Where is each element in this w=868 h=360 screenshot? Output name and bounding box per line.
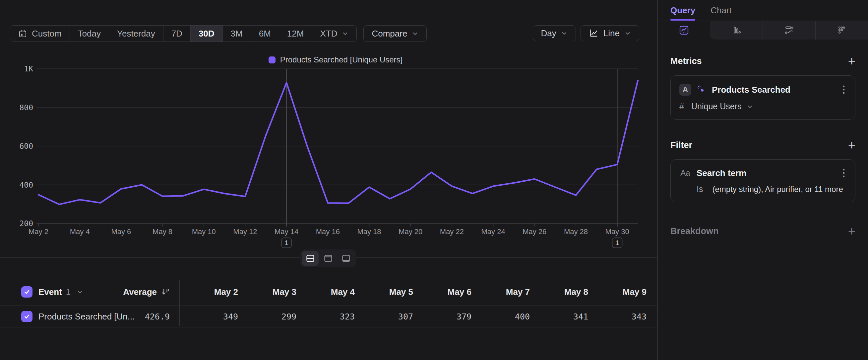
viz-tab-insights[interactable] bbox=[658, 21, 710, 39]
svg-text:May 28: May 28 bbox=[564, 227, 588, 236]
date-columns-values: 349299323307379400341343 bbox=[180, 312, 647, 322]
layout-toggle-chart-only[interactable] bbox=[320, 251, 337, 266]
visualization-tabs bbox=[658, 21, 868, 39]
chevron-down-icon[interactable] bbox=[76, 288, 83, 295]
kebab-menu-icon bbox=[842, 168, 845, 178]
viz-tab-flow[interactable] bbox=[763, 21, 815, 39]
svg-text:May 12: May 12 bbox=[233, 227, 257, 236]
metric-menu-button[interactable] bbox=[841, 84, 846, 95]
chart-controls: Day Line bbox=[533, 25, 639, 41]
filter-property-name: Search term bbox=[696, 168, 836, 178]
chevron-down-icon bbox=[561, 30, 568, 36]
granularity-button[interactable]: Day bbox=[533, 25, 576, 41]
column-header-may-9[interactable]: May 9 bbox=[588, 287, 647, 297]
metric-letter-badge: A bbox=[679, 84, 691, 95]
add-metric-button[interactable]: + bbox=[848, 55, 856, 67]
chart-style-button[interactable]: Line bbox=[581, 25, 639, 41]
svg-text:800: 800 bbox=[19, 103, 33, 112]
range-today[interactable]: Today bbox=[70, 26, 109, 41]
svg-text:May 8: May 8 bbox=[153, 227, 173, 236]
metric-card[interactable]: A Products Searched # Unique Users bbox=[671, 75, 856, 119]
column-header-may-4[interactable]: May 4 bbox=[297, 287, 355, 297]
sort-descending-icon[interactable] bbox=[161, 287, 170, 297]
event-click-icon bbox=[696, 85, 707, 95]
insights-line-chart-icon bbox=[679, 25, 689, 35]
svg-text:May 26: May 26 bbox=[523, 227, 547, 236]
annotation-badge[interactable] bbox=[612, 238, 622, 248]
tab-query[interactable]: Query bbox=[671, 0, 695, 21]
viz-tab-metric[interactable] bbox=[815, 21, 868, 39]
date-range-group: CustomTodayYesterday7D30D3M6M12MXTD bbox=[10, 25, 357, 42]
svg-text:600: 600 bbox=[19, 142, 33, 150]
breakdown-section-title: Breakdown bbox=[671, 226, 719, 237]
svg-text:May 18: May 18 bbox=[357, 227, 381, 236]
legend-label: Products Searched [Unique Users] bbox=[280, 55, 403, 64]
split-layout-icon bbox=[305, 253, 315, 264]
metrics-section-title: Metrics bbox=[671, 56, 702, 66]
range-7d[interactable]: 7D bbox=[163, 26, 190, 41]
range-12m[interactable]: 12M bbox=[279, 26, 312, 41]
annotation-badge[interactable] bbox=[281, 238, 291, 248]
table-row: Products Searched [Un... 426.9 349299323… bbox=[0, 306, 657, 328]
bar-chart-icon bbox=[731, 25, 742, 35]
add-filter-button[interactable]: + bbox=[848, 139, 856, 151]
column-header-may-8[interactable]: May 8 bbox=[530, 287, 588, 297]
svg-text:1: 1 bbox=[284, 239, 288, 246]
svg-text:May 24: May 24 bbox=[482, 227, 505, 236]
row-checkbox[interactable] bbox=[21, 311, 32, 322]
legend-swatch bbox=[269, 56, 276, 63]
event-count: 1 bbox=[66, 287, 71, 297]
viz-tab-bar[interactable] bbox=[710, 21, 763, 39]
filter-type-badge: Aa bbox=[679, 168, 691, 178]
cell-may-5: 307 bbox=[355, 312, 413, 322]
cell-may-2: 349 bbox=[180, 312, 238, 322]
range-30d[interactable]: 30D bbox=[190, 26, 222, 41]
filter-menu-button[interactable] bbox=[841, 168, 846, 178]
filter-value[interactable]: (empty string), Air purifier, or 11 more bbox=[712, 185, 843, 194]
add-breakdown-button[interactable]: + bbox=[848, 225, 856, 238]
svg-text:May 6: May 6 bbox=[111, 227, 131, 236]
chevron-down-icon[interactable] bbox=[747, 103, 753, 110]
svg-text:May 30: May 30 bbox=[606, 227, 629, 236]
select-all-checkbox[interactable] bbox=[21, 286, 32, 298]
range-custom[interactable]: Custom bbox=[10, 26, 70, 41]
svg-text:May 22: May 22 bbox=[440, 227, 464, 236]
range-yesterday[interactable]: Yesterday bbox=[109, 26, 163, 41]
chart-style-label: Line bbox=[603, 28, 620, 38]
column-header-may-3[interactable]: May 3 bbox=[238, 287, 297, 297]
tab-chart[interactable]: Chart bbox=[711, 0, 732, 21]
layout-toggle-split[interactable] bbox=[302, 251, 319, 266]
svg-text:400: 400 bbox=[19, 181, 33, 189]
cell-may-7: 400 bbox=[471, 312, 530, 322]
cell-may-8: 341 bbox=[530, 312, 588, 322]
filter-operator[interactable]: Is bbox=[696, 184, 703, 194]
svg-text:May 10: May 10 bbox=[192, 227, 216, 236]
chevron-down-icon bbox=[412, 30, 418, 37]
chart-legend: Products Searched [Unique Users] bbox=[13, 55, 658, 64]
check-icon bbox=[24, 313, 30, 320]
chart-only-layout-icon bbox=[323, 253, 333, 264]
aggregation-selector[interactable]: Unique Users bbox=[691, 102, 741, 111]
column-header-may-5[interactable]: May 5 bbox=[355, 287, 413, 297]
line-chart-icon bbox=[589, 28, 599, 38]
column-header-may-6[interactable]: May 6 bbox=[413, 287, 471, 297]
calendar-icon bbox=[18, 29, 27, 38]
filter-card[interactable]: Aa Search term Is (empty string), Air pu… bbox=[671, 159, 856, 202]
svg-text:May 2: May 2 bbox=[29, 227, 49, 236]
range-xtd[interactable]: XTD bbox=[312, 26, 356, 41]
column-header-may-2[interactable]: May 2 bbox=[180, 287, 238, 297]
layout-toggle-table-only[interactable] bbox=[338, 251, 354, 266]
range-3m[interactable]: 3M bbox=[222, 26, 251, 41]
series-line bbox=[38, 80, 638, 204]
compare-label: Compare bbox=[372, 29, 407, 39]
range-6m[interactable]: 6M bbox=[251, 26, 279, 41]
date-columns-header: May 2May 3May 4May 5May 6May 7May 8May 9 bbox=[180, 287, 647, 297]
metric-name: Products Searched bbox=[712, 85, 836, 95]
table-header-row: Event 1 Average May 2May 3May 4May 5May … bbox=[0, 278, 657, 306]
sidebar-tabs: Query Chart bbox=[658, 0, 868, 21]
chevron-down-icon bbox=[342, 30, 348, 37]
compare-button[interactable]: Compare bbox=[363, 25, 427, 42]
cell-may-4: 323 bbox=[297, 312, 355, 322]
column-header-may-7[interactable]: May 7 bbox=[471, 287, 530, 297]
svg-text:1K: 1K bbox=[24, 64, 33, 73]
